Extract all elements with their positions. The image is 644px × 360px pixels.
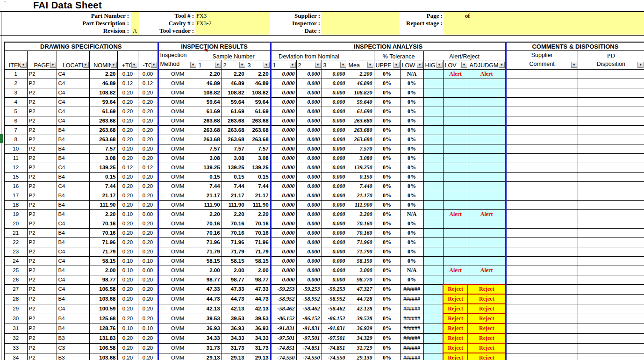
cell[interactable] — [578, 191, 644, 200]
cell[interactable] — [468, 144, 506, 153]
cell[interactable]: 0.000 — [296, 181, 322, 191]
cell[interactable]: 22 — [4, 238, 27, 247]
cell[interactable]: 0.20 — [138, 200, 158, 209]
cell[interactable]: 0.000 — [322, 116, 347, 125]
cell[interactable] — [578, 266, 644, 275]
cell[interactable] — [423, 144, 443, 153]
cell[interactable]: 1 — [4, 69, 27, 79]
cell[interactable]: 0% — [374, 343, 400, 353]
cell[interactable]: 34.33 — [197, 333, 222, 343]
cell[interactable]: 0% — [374, 144, 400, 153]
cell[interactable]: -58.952 — [296, 294, 322, 304]
cell[interactable] — [468, 228, 506, 238]
cell[interactable]: 16 — [4, 181, 27, 191]
cell[interactable]: 0.000 — [322, 181, 347, 191]
cell[interactable]: 71.79 — [197, 247, 222, 256]
cell[interactable]: 29.130 — [347, 353, 374, 360]
cell[interactable]: 59.64 — [197, 97, 222, 107]
cell[interactable] — [423, 191, 443, 200]
cell[interactable]: OMM — [158, 191, 197, 200]
cell[interactable]: 0% — [374, 228, 400, 238]
cell[interactable]: OMM — [158, 314, 197, 324]
cell[interactable]: 34.329 — [347, 333, 374, 343]
cell[interactable]: 0.000 — [296, 191, 322, 200]
cell[interactable]: 263.680 — [347, 125, 374, 135]
cell[interactable]: B4 — [57, 294, 89, 304]
cell[interactable] — [578, 153, 644, 163]
cell[interactable]: 0.15 — [246, 172, 271, 181]
cell[interactable] — [578, 228, 644, 238]
cell[interactable]: 106.58 — [89, 284, 117, 294]
cell[interactable] — [443, 135, 468, 144]
cell[interactable] — [506, 275, 578, 284]
cell[interactable]: 0.10 — [117, 209, 138, 219]
cell[interactable] — [506, 219, 578, 228]
cell[interactable]: 39.53 — [246, 314, 271, 324]
cell[interactable]: 0.20 — [117, 172, 138, 181]
cell[interactable] — [443, 125, 468, 135]
cell[interactable]: -97.501 — [322, 333, 347, 343]
cell[interactable]: 34.33 — [222, 333, 246, 343]
cell[interactable]: 3.08 — [197, 153, 222, 163]
cell[interactable]: 23 — [4, 247, 27, 256]
cell[interactable]: P2 — [27, 144, 57, 153]
cell[interactable] — [468, 97, 506, 107]
cell[interactable]: 0.20 — [138, 116, 158, 125]
cell[interactable]: Alert — [443, 69, 468, 79]
cell[interactable] — [468, 153, 506, 163]
cell[interactable] — [578, 79, 644, 88]
cell[interactable] — [578, 172, 644, 181]
cell[interactable] — [578, 304, 644, 314]
cell[interactable]: 0% — [400, 247, 423, 256]
cell[interactable] — [423, 343, 443, 353]
cell[interactable]: OMM — [158, 228, 197, 238]
cell[interactable]: 0% — [400, 116, 423, 125]
cell[interactable]: 2.200 — [347, 209, 374, 219]
cell[interactable]: 131.83 — [89, 333, 117, 343]
cell[interactable] — [423, 219, 443, 228]
cell[interactable]: 20 — [4, 219, 27, 228]
page-report-fields[interactable] — [444, 12, 644, 35]
cell[interactable] — [468, 219, 506, 228]
cell[interactable]: 0.20 — [117, 343, 138, 353]
cell[interactable]: C3 — [57, 343, 89, 353]
cell[interactable]: 111.90 — [246, 200, 271, 209]
cell[interactable]: 44.73 — [246, 294, 271, 304]
cell[interactable]: 0% — [374, 135, 400, 144]
cell[interactable]: ###### — [400, 314, 423, 324]
cell[interactable]: 0.20 — [117, 228, 138, 238]
cell[interactable] — [423, 294, 443, 304]
cell[interactable]: Alert — [468, 266, 506, 275]
cell[interactable]: 0.000 — [271, 247, 296, 256]
cell[interactable] — [468, 163, 506, 172]
cell[interactable]: 0.00 — [138, 266, 158, 275]
cell[interactable]: 0.20 — [138, 172, 158, 181]
cell[interactable]: OMM — [158, 353, 197, 360]
cell[interactable]: 139.25 — [197, 163, 222, 172]
cell[interactable]: 0.000 — [296, 125, 322, 135]
cell[interactable]: 0.000 — [296, 107, 322, 116]
cell[interactable]: 0.000 — [296, 266, 322, 275]
filter-dropdown-icon[interactable]: ▼ — [290, 62, 296, 68]
cell[interactable]: 70.16 — [222, 228, 246, 238]
cell[interactable]: 0.000 — [322, 191, 347, 200]
cell[interactable]: 0.20 — [117, 200, 138, 209]
cell[interactable]: 0.20 — [117, 191, 138, 200]
cell[interactable]: 29.13 — [197, 353, 222, 360]
cell[interactable]: 32 — [4, 333, 27, 343]
cell[interactable]: 0% — [400, 144, 423, 153]
cell[interactable] — [468, 191, 506, 200]
cell[interactable]: 2.20 — [246, 209, 271, 219]
cell[interactable]: 0.000 — [322, 97, 347, 107]
cell[interactable] — [506, 324, 578, 333]
cell[interactable]: 0.000 — [322, 228, 347, 238]
cell[interactable]: 58.15 — [246, 256, 271, 266]
cell[interactable]: Reject — [468, 333, 506, 343]
cell[interactable]: 0.20 — [138, 284, 158, 294]
cell[interactable] — [578, 88, 644, 97]
cell[interactable]: P2 — [27, 343, 57, 353]
cell[interactable] — [506, 266, 578, 275]
cell[interactable] — [506, 116, 578, 125]
cell[interactable]: 0% — [400, 238, 423, 247]
cell[interactable]: 71.79 — [246, 247, 271, 256]
